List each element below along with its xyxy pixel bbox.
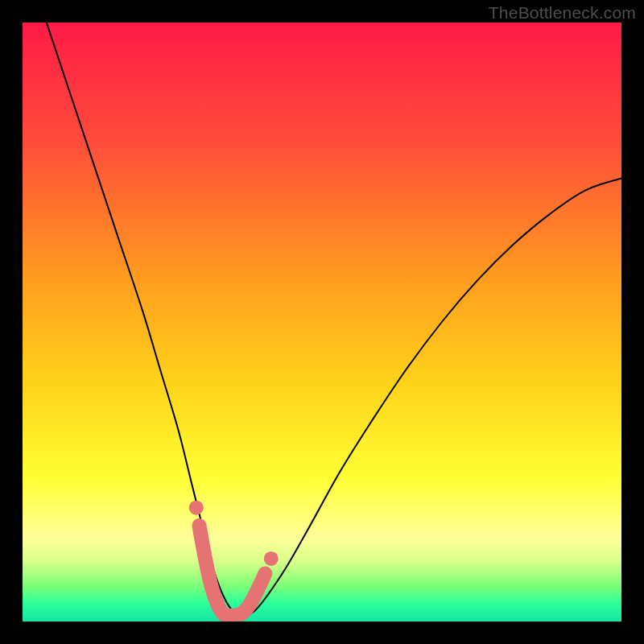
highlight-dot xyxy=(189,501,204,515)
chart-frame: TheBottleneck.com xyxy=(0,0,644,644)
watermark-text: TheBottleneck.com xyxy=(489,3,636,23)
plot-area xyxy=(23,23,621,621)
gradient-background xyxy=(23,23,621,621)
plot-svg xyxy=(23,23,621,621)
highlight-dot xyxy=(264,551,279,566)
